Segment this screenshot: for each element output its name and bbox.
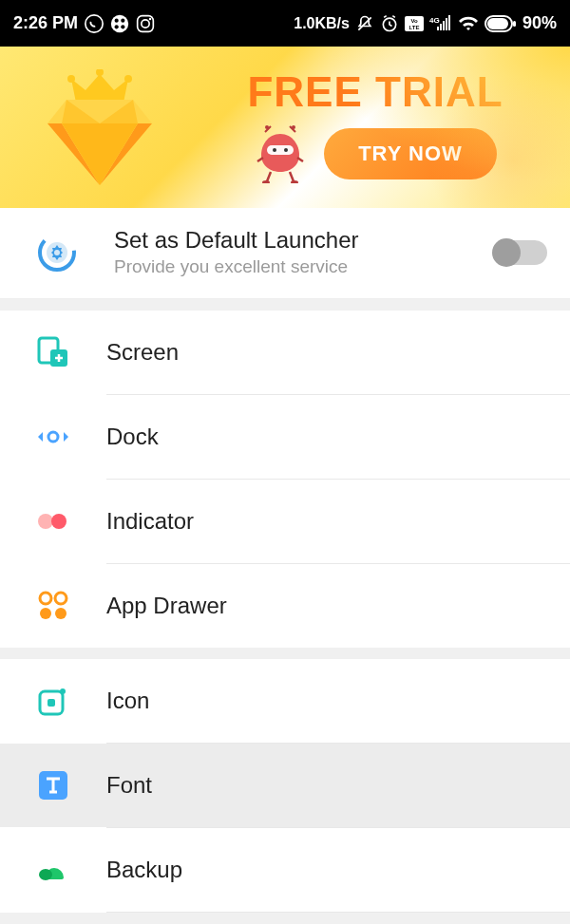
svg-rect-44 bbox=[55, 608, 66, 619]
svg-point-39 bbox=[38, 514, 53, 529]
setting-font[interactable]: Font bbox=[0, 744, 570, 827]
svg-point-49 bbox=[39, 869, 52, 880]
svg-rect-46 bbox=[48, 699, 55, 707]
default-launcher-title: Set as Default Launcher bbox=[114, 227, 494, 254]
svg-rect-16 bbox=[440, 24, 442, 30]
svg-point-25 bbox=[124, 75, 132, 83]
notification-muted-icon bbox=[355, 14, 374, 33]
status-data-rate: 1.0KB/s bbox=[294, 15, 350, 32]
setting-indicator[interactable]: Indicator bbox=[0, 480, 570, 563]
setting-label: Icon bbox=[106, 688, 547, 714]
alarm-icon bbox=[380, 14, 399, 33]
svg-rect-15 bbox=[437, 27, 439, 30]
svg-point-26 bbox=[265, 125, 269, 129]
svg-point-24 bbox=[96, 69, 104, 76]
svg-rect-18 bbox=[446, 18, 447, 30]
app-drawer-icon bbox=[36, 589, 70, 623]
status-bar: 2:26 PM 1.0KB/s VoLTE 4G 90% bbox=[0, 0, 570, 47]
default-launcher-subtitle: Provide you excellent service bbox=[114, 256, 494, 277]
setting-backup[interactable]: Backup bbox=[0, 828, 570, 912]
svg-point-8 bbox=[149, 17, 152, 20]
svg-rect-21 bbox=[487, 18, 508, 29]
svg-point-47 bbox=[60, 688, 66, 694]
status-time: 2:26 PM bbox=[13, 13, 78, 33]
svg-point-31 bbox=[262, 180, 270, 183]
status-battery-pct: 90% bbox=[522, 13, 557, 33]
whatsapp-icon bbox=[85, 14, 104, 33]
svg-rect-41 bbox=[40, 593, 51, 604]
backup-icon bbox=[36, 853, 70, 887]
setting-label: App Drawer bbox=[106, 593, 547, 619]
setting-label: Font bbox=[106, 772, 547, 799]
app-grid-icon bbox=[110, 14, 129, 33]
settings-group-appearance: Icon Font Backup bbox=[0, 659, 570, 913]
svg-point-4 bbox=[115, 25, 119, 28]
dock-icon bbox=[36, 420, 70, 454]
svg-point-1 bbox=[111, 14, 128, 31]
svg-point-3 bbox=[121, 18, 124, 22]
signal-icon: 4G bbox=[429, 15, 452, 32]
svg-point-35 bbox=[54, 250, 60, 255]
svg-rect-22 bbox=[513, 21, 516, 27]
screen-icon bbox=[36, 335, 70, 369]
svg-rect-19 bbox=[448, 15, 450, 30]
battery-icon bbox=[484, 15, 517, 32]
svg-point-7 bbox=[142, 19, 149, 27]
svg-point-38 bbox=[48, 432, 58, 442]
svg-point-5 bbox=[121, 25, 124, 28]
font-icon bbox=[36, 768, 70, 802]
setting-screen[interactable]: Screen bbox=[0, 311, 570, 394]
setting-label: Dock bbox=[106, 424, 547, 450]
instagram-icon bbox=[136, 14, 155, 33]
svg-point-23 bbox=[67, 75, 75, 83]
free-trial-banner[interactable]: FREE TRIAL TRY NOW bbox=[0, 47, 570, 208]
setting-icon[interactable]: Icon bbox=[0, 659, 570, 743]
setting-label: Indicator bbox=[106, 508, 547, 535]
svg-rect-42 bbox=[55, 593, 66, 604]
settings-group-layout: Screen Dock Indicator App Drawer bbox=[0, 311, 570, 648]
svg-text:4G: 4G bbox=[429, 16, 440, 25]
volte-icon: VoLTE bbox=[405, 16, 424, 31]
gear-icon bbox=[36, 232, 78, 273]
svg-text:Vo: Vo bbox=[410, 18, 418, 24]
setting-label: Backup bbox=[106, 857, 547, 883]
icon-setting-icon bbox=[36, 684, 70, 718]
wifi-icon bbox=[458, 15, 479, 32]
svg-point-29 bbox=[273, 148, 276, 152]
setting-dock[interactable]: Dock bbox=[0, 395, 570, 479]
default-launcher-toggle[interactable] bbox=[494, 240, 547, 265]
svg-point-40 bbox=[51, 514, 66, 529]
svg-point-0 bbox=[86, 14, 103, 31]
diamond-crown-graphic bbox=[48, 69, 152, 185]
svg-point-2 bbox=[115, 18, 119, 22]
default-launcher-row[interactable]: Set as Default Launcher Provide you exce… bbox=[0, 208, 570, 299]
indicator-icon bbox=[36, 504, 70, 538]
svg-rect-17 bbox=[443, 21, 445, 30]
svg-text:LTE: LTE bbox=[409, 25, 420, 30]
svg-rect-43 bbox=[40, 608, 51, 619]
setting-app-drawer[interactable]: App Drawer bbox=[0, 564, 570, 648]
setting-label: Screen bbox=[106, 339, 547, 366]
